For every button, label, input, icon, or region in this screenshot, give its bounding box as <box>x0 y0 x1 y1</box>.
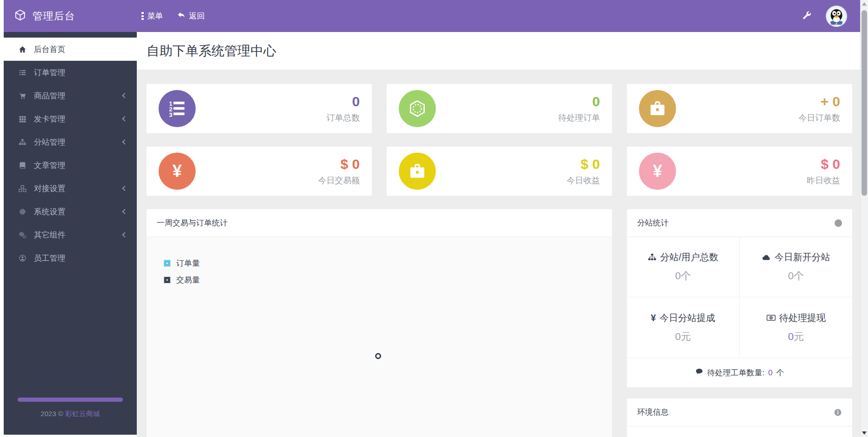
legend-item-orders[interactable]: 订单量 <box>164 258 200 269</box>
stat-value: $ 0 <box>567 156 600 172</box>
branch-grid: 分站/用户总数 0个 今日新开分站 0个 <box>627 237 852 358</box>
stat-card-pending-orders: 0 待处理订单 <box>387 84 612 133</box>
briefcase-icon <box>639 90 676 127</box>
scrollbar[interactable] <box>860 0 868 437</box>
stat-card-total-orders: 123 0 订单总数 <box>147 84 372 133</box>
page-title: 自助下单系统管理中心 <box>147 42 276 60</box>
user-circle-icon <box>18 254 27 262</box>
branch-cell-new-today: 今日新开分站 0个 <box>740 237 852 297</box>
app-logo[interactable]: 管理后台 <box>4 9 133 23</box>
app-title: 管理后台 <box>32 9 75 23</box>
branch-cell-withdrawals: 待处理提现 0元 <box>740 297 852 358</box>
wrench-icon[interactable] <box>802 10 812 22</box>
pending-tickets-row: 待处理工单数量: 0 个 <box>627 358 852 387</box>
branch-panel-header: 分站统计 <box>627 209 852 237</box>
stat-card-today-volume: ¥ $ 0 今日交易额 <box>147 147 372 196</box>
stat-label: 昨日收益 <box>807 175 840 186</box>
grid-icon <box>18 115 27 123</box>
sidebar-item-products[interactable]: 商品管理 <box>4 84 137 107</box>
hexagon-spinner-icon <box>399 90 436 127</box>
sidebar-item-system-settings[interactable]: 系统设置 <box>4 200 137 223</box>
list-ol-icon: 123 <box>159 90 196 127</box>
stat-card-today-orders: + 0 今日订单数 <box>627 84 852 133</box>
sidebar-progress-bar <box>18 398 123 402</box>
branch-cell-total: 分站/用户总数 0个 <box>627 237 740 297</box>
admin-dashboard: 管理后台 菜单 返回 <box>0 0 868 437</box>
stat-value: $ 0 <box>318 156 360 172</box>
back-button[interactable]: 返回 <box>177 11 205 21</box>
scrollbar-thumb[interactable] <box>862 10 867 196</box>
brand-link[interactable]: 彩虹云商城 <box>65 410 100 418</box>
chevron-left-icon <box>122 93 127 98</box>
copyright: 2023 © 彩虹云商城 <box>4 410 137 418</box>
branch-panel-title: 分站统计 <box>637 218 669 228</box>
svg-text:3: 3 <box>169 111 172 118</box>
sidebar-item-cards[interactable]: 发卡管理 <box>4 107 137 130</box>
stat-card-today-profit: $ 0 今日收益 <box>387 147 612 196</box>
reply-arrow-icon <box>177 11 185 21</box>
cube-icon <box>14 9 26 23</box>
user-avatar[interactable] <box>826 6 847 27</box>
cloud-icon <box>762 253 771 262</box>
gears-icon <box>18 231 27 239</box>
sidebar-item-staff[interactable]: 员工管理 <box>4 246 137 270</box>
list-icon <box>18 69 27 77</box>
environment-panel: 环境信息 <box>627 398 852 437</box>
chevron-left-icon <box>122 232 127 237</box>
comment-icon <box>695 367 703 378</box>
right-column: 分站统计 分站/用户总数 0个 <box>627 209 852 437</box>
sidebar-item-integration[interactable]: 对接设置 <box>4 177 137 200</box>
top-bar: 管理后台 菜单 返回 <box>4 0 860 32</box>
legend-swatch-dark <box>164 276 171 283</box>
top-nav: 菜单 返回 <box>141 11 205 21</box>
sidebar-item-orders[interactable]: 订单管理 <box>4 61 137 84</box>
content: 123 0 订单总数 0 <box>137 70 860 437</box>
scroll-down-arrow-icon[interactable] <box>862 431 867 435</box>
page-header: 自助下单系统管理中心 <box>137 32 860 70</box>
sidebar: 后台首页 订单管理 商品管理 发卡管理 分站管理 <box>4 32 137 435</box>
grey-dot-icon[interactable] <box>835 219 842 227</box>
legend-swatch-cyan <box>164 260 171 267</box>
sidebar-footer: 2023 © 彩虹云商城 <box>4 398 137 435</box>
loading-spinner <box>375 353 381 359</box>
book-icon <box>18 161 27 169</box>
branch-stats-panel: 分站统计 分站/用户总数 0个 <box>627 209 852 387</box>
chevron-left-icon <box>122 209 127 214</box>
stat-label: 今日收益 <box>567 175 600 186</box>
chevron-left-icon <box>122 186 127 191</box>
chart-legend: 订单量 交易量 <box>164 258 200 291</box>
branch-cell-commission: ¥ 今日分站提成 0元 <box>627 297 740 358</box>
vertical-dots-icon <box>141 12 144 20</box>
scroll-up-arrow-icon[interactable] <box>862 2 867 6</box>
chevron-left-icon <box>122 116 127 121</box>
sidebar-item-branches[interactable]: 分站管理 <box>4 130 137 154</box>
money-bill-icon <box>766 313 776 322</box>
gear-icon <box>18 208 27 216</box>
ticket-count-link[interactable]: 0 <box>768 368 772 378</box>
chevron-left-icon <box>122 139 127 144</box>
withdrawal-count-link[interactable]: 0 <box>788 331 793 342</box>
info-icon[interactable] <box>834 408 842 417</box>
stat-label: 订单总数 <box>326 112 360 123</box>
stat-label: 待处理订单 <box>558 112 600 123</box>
environment-panel-title: 环境信息 <box>637 407 669 418</box>
home-icon <box>18 45 27 53</box>
chart-body: 订单量 交易量 <box>147 237 612 437</box>
sidebar-item-components[interactable]: 其它组件 <box>4 223 137 246</box>
sitemap-icon <box>18 138 27 146</box>
chart-panel-title: 一周交易与订单统计 <box>157 218 228 228</box>
environment-panel-header: 环境信息 <box>627 398 852 426</box>
stat-value: + 0 <box>798 94 840 109</box>
stat-value: $ 0 <box>807 156 840 172</box>
cart-icon <box>18 92 27 100</box>
stat-label: 今日订单数 <box>798 112 840 123</box>
sidebar-item-home[interactable]: 后台首页 <box>4 38 137 61</box>
sitemap-icon <box>648 253 657 262</box>
stat-value: 0 <box>558 94 600 109</box>
legend-item-volume[interactable]: 交易量 <box>164 275 200 285</box>
menu-toggle-button[interactable]: 菜单 <box>141 11 163 21</box>
stat-label: 今日交易额 <box>318 175 360 186</box>
yuan-icon: ¥ <box>651 313 656 323</box>
sidebar-item-articles[interactable]: 文章管理 <box>4 154 137 177</box>
weekly-chart-panel: 一周交易与订单统计 订单量 交易量 <box>147 209 612 437</box>
